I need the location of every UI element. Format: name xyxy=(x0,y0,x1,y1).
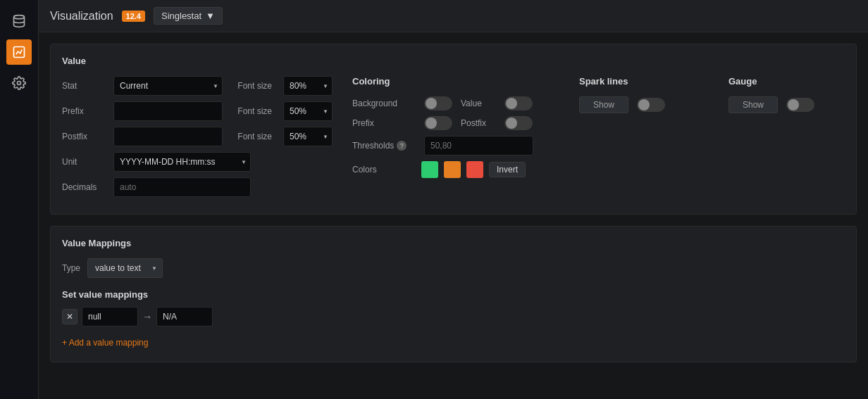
fontsize-label-3: Font size xyxy=(228,132,278,141)
chevron-down-icon: ▼ xyxy=(206,11,215,21)
sidebar-icon-chart[interactable] xyxy=(6,39,32,65)
color-swatch-3[interactable] xyxy=(466,161,483,178)
mapping-arrow-1: → xyxy=(142,311,152,322)
gauge-show-label: Show xyxy=(728,96,778,113)
prefix-row: Prefix Font size 50% 80% xyxy=(62,101,330,121)
sections-container: Value Stat Current Min Max Avg Su xyxy=(39,32,868,374)
svg-point-2 xyxy=(18,82,21,85)
prefix-toggle[interactable] xyxy=(424,116,452,130)
fontsize-select-1[interactable]: 80% 50% 100% xyxy=(283,76,333,96)
type-label: Type xyxy=(62,263,80,273)
fontsize-select-wrapper-1: 80% 50% 100% xyxy=(283,76,333,96)
prefix-coloring-label: Prefix xyxy=(352,118,416,128)
decimals-label: Decimals xyxy=(62,182,108,192)
colors-label: Colors xyxy=(352,165,416,175)
color-swatch-1[interactable] xyxy=(421,161,438,178)
background-toggle[interactable] xyxy=(424,96,452,110)
postfix-coloring-label: Postfix xyxy=(461,118,496,128)
thresholds-input[interactable] xyxy=(424,136,533,156)
fontsize-select-wrapper-2: 50% 80% xyxy=(283,101,333,121)
value-panel-title: Value xyxy=(62,56,845,66)
type-select-wrapper: value to text range to text xyxy=(87,258,163,278)
sidebar xyxy=(0,0,39,399)
gauge-section: Gauge Show xyxy=(728,76,855,203)
colors-row: Colors Invert xyxy=(352,161,557,178)
mapping-result-input-1[interactable] xyxy=(156,307,213,327)
spark-section: Spark lines Show xyxy=(579,76,706,203)
fontsize-select-3[interactable]: 50% 80% xyxy=(283,127,333,146)
value-fields: Stat Current Min Max Avg Sum Font size xyxy=(62,76,330,203)
postfix-label: Postfix xyxy=(62,132,108,141)
set-value-title: Set value mappings xyxy=(62,289,845,300)
main-content: Visualization 12.4 Singlestat ▼ Value St… xyxy=(39,0,868,399)
fontsize-select-wrapper-3: 50% 80% xyxy=(283,127,333,146)
panel-type-dropdown[interactable]: Singlestat ▼ xyxy=(154,7,223,25)
color-swatch-2[interactable] xyxy=(444,161,461,178)
right-sections: Spark lines Show Gauge S xyxy=(579,76,855,203)
postfix-row: Postfix Font size 50% 80% xyxy=(62,127,330,146)
thresholds-label: Thresholds ? xyxy=(352,141,416,151)
spark-show-label: Show xyxy=(579,96,628,113)
mappings-panel: Value Mappings Type value to text range … xyxy=(50,226,857,362)
mapping-value-input-1[interactable] xyxy=(82,307,138,327)
decimals-input[interactable] xyxy=(113,177,251,197)
value-coloring-label: Value xyxy=(461,99,496,108)
type-row: Type value to text range to text xyxy=(62,258,845,278)
mapping-row-1: ✕ → xyxy=(62,307,845,327)
prefix-postfix-coloring-row: Prefix Postfix xyxy=(352,116,557,130)
prefix-input[interactable] xyxy=(113,101,223,121)
postfix-toggle[interactable] xyxy=(504,116,533,130)
stat-select[interactable]: Current Min Max Avg Sum xyxy=(113,76,223,96)
background-label: Background xyxy=(352,99,416,108)
unit-select[interactable]: YYYY-MM-DD HH:mm:ss xyxy=(113,152,251,172)
stat-label: Stat xyxy=(62,81,108,91)
sidebar-icon-gear[interactable] xyxy=(6,70,32,96)
unit-row: Unit YYYY-MM-DD HH:mm:ss xyxy=(62,152,330,172)
decimals-row: Decimals xyxy=(62,177,330,197)
fontsize-select-2[interactable]: 50% 80% xyxy=(283,101,333,121)
svg-point-0 xyxy=(14,15,25,19)
fontsize-label-1: Font size xyxy=(228,81,278,91)
add-mapping-button[interactable]: + Add a value mapping xyxy=(62,335,148,350)
gauge-title: Gauge xyxy=(728,76,855,87)
mappings-title: Value Mappings xyxy=(62,238,845,248)
stat-row: Stat Current Min Max Avg Sum Font size xyxy=(62,76,330,96)
unit-label: Unit xyxy=(62,157,108,167)
sidebar-icon-database[interactable] xyxy=(6,8,32,34)
gauge-show-row: Show xyxy=(728,96,855,113)
coloring-section: Coloring Background Value xyxy=(352,76,557,203)
remove-mapping-button-1[interactable]: ✕ xyxy=(62,309,78,324)
version-badge: 12.4 xyxy=(122,11,145,22)
background-value-row: Background Value xyxy=(352,96,557,110)
spark-show-row: Show xyxy=(579,96,706,113)
page-title: Visualization xyxy=(50,10,113,23)
spark-show-toggle[interactable] xyxy=(637,98,665,112)
topbar: Visualization 12.4 Singlestat ▼ xyxy=(39,0,868,32)
value-toggle[interactable] xyxy=(504,96,533,110)
thresholds-help-icon[interactable]: ? xyxy=(397,141,407,151)
value-section-layout: Stat Current Min Max Avg Sum Font size xyxy=(62,76,845,203)
value-panel: Value Stat Current Min Max Avg Su xyxy=(50,44,857,215)
type-select[interactable]: value to text range to text xyxy=(87,258,163,278)
stat-select-wrapper: Current Min Max Avg Sum xyxy=(113,76,223,96)
coloring-title: Coloring xyxy=(352,76,557,87)
postfix-input[interactable] xyxy=(113,127,223,146)
unit-select-wrapper: YYYY-MM-DD HH:mm:ss xyxy=(113,152,251,172)
spark-title: Spark lines xyxy=(579,76,706,87)
gauge-show-toggle[interactable] xyxy=(786,98,814,112)
prefix-label: Prefix xyxy=(62,106,108,116)
fontsize-label-2: Font size xyxy=(228,106,278,116)
thresholds-row: Thresholds ? xyxy=(352,136,557,156)
invert-button[interactable]: Invert xyxy=(489,162,526,177)
